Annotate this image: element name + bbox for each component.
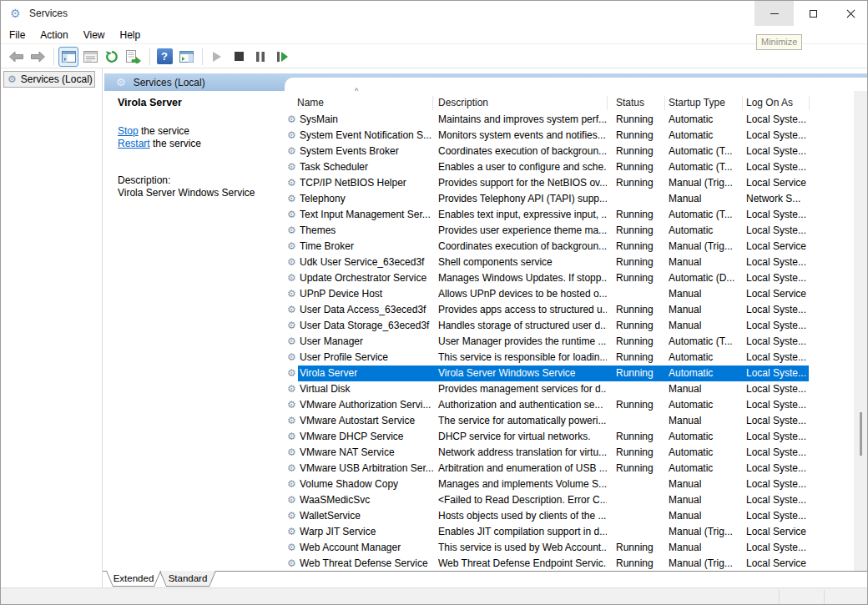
service-icon: ⚙ [287, 270, 296, 286]
service-row[interactable]: ⚙WaaSMedicSvc<Failed to Read Description… [285, 492, 835, 508]
service-icon: ⚙ [287, 350, 296, 366]
column-separator[interactable] [664, 96, 665, 110]
vertical-scrollbar[interactable] [854, 91, 868, 571]
show-console-tree-button[interactable] [58, 47, 78, 67]
service-row[interactable]: ⚙Udk User Service_63eced3fShell componen… [285, 255, 835, 270]
cell-log-on-as: Local Syste... [746, 207, 809, 223]
service-row[interactable]: ⚙UPnP Device HostAllows UPnP devices to … [285, 286, 835, 302]
service-row[interactable]: ⚙Volume Shadow CopyManages and implement… [285, 476, 835, 492]
cell-status: Running [616, 223, 664, 239]
service-row[interactable]: ⚙Web Account ManagerThis service is used… [285, 540, 835, 556]
description-label: Description: [118, 174, 170, 186]
column-header-description[interactable]: Description [438, 94, 488, 112]
service-row[interactable]: ⚙TelephonyProvides Telephony API (TAPI) … [285, 191, 835, 207]
cell-log-on-as: Local Syste... [746, 270, 809, 286]
cell-startup-type: Manual [669, 413, 742, 429]
refresh-icon [105, 50, 119, 63]
cell-log-on-as: Local Syste... [746, 413, 809, 429]
sidebar-item-services-local[interactable]: ⚙ Services (Local) [3, 71, 95, 88]
service-row[interactable]: ⚙WalletServiceHosts objects used by clie… [285, 508, 835, 524]
title-bar[interactable]: ⚙ Services [1, 1, 867, 26]
service-row[interactable]: ⚙Virtual DiskProvides management service… [285, 381, 835, 397]
pause-service-button[interactable] [250, 47, 270, 67]
column-separator[interactable] [432, 96, 433, 110]
cell-startup-type: Automatic (T... [669, 159, 742, 175]
pane-splitter[interactable] [102, 68, 103, 587]
cell-name: Warp JIT Service [300, 524, 433, 540]
refresh-button[interactable] [102, 47, 122, 67]
cell-name: User Profile Service [300, 350, 433, 366]
column-header-log-on-as[interactable]: Log On As [746, 94, 793, 112]
scrollbar-thumb[interactable] [860, 412, 862, 456]
action-pane-icon [179, 51, 194, 63]
cell-log-on-as: Local Syste... [746, 461, 809, 476]
cell-name: UPnP Device Host [300, 286, 433, 302]
service-row[interactable]: ⚙Update Orchestrator ServiceManages Wind… [285, 270, 835, 286]
service-row[interactable]: ⚙VMware Autostart ServiceThe service for… [285, 413, 835, 429]
column-header-name[interactable]: Name [297, 94, 324, 112]
cell-name: Virtual Disk [300, 381, 433, 397]
service-row[interactable]: ⚙TCP/IP NetBIOS HelperProvides support f… [285, 175, 835, 191]
menu-help[interactable]: Help [113, 26, 149, 44]
tab-standard[interactable]: Standard [159, 571, 216, 587]
minimize-button[interactable] [754, 1, 794, 26]
cell-log-on-as: Local Syste... [746, 540, 809, 556]
cell-log-on-as: Local Syste... [746, 144, 809, 159]
column-header-status[interactable]: Status [616, 94, 644, 112]
service-row[interactable]: ⚙Text Input Management Ser...Enables tex… [285, 207, 835, 223]
service-row[interactable]: ⚙Time BrokerCoordinates execution of bac… [285, 239, 835, 255]
toolbar: ? [1, 45, 867, 68]
stop-service-link[interactable]: Stop [118, 125, 139, 137]
help-button[interactable]: ? [154, 47, 174, 67]
restart-service-button[interactable] [272, 47, 292, 67]
menu-file[interactable]: File [1, 26, 33, 44]
service-row[interactable]: ⚙System Event Notification S...Monitors … [285, 128, 835, 144]
service-row[interactable]: ⚙System Events BrokerCoordinates executi… [285, 144, 835, 159]
service-row[interactable]: ⚙ThemesProvides user experience theme ma… [285, 223, 835, 239]
properties-button[interactable] [80, 47, 100, 67]
service-icon: ⚙ [287, 334, 296, 350]
service-row[interactable]: ⚙VMware USB Arbitration Ser...Arbitratio… [285, 461, 835, 476]
service-row[interactable]: ⚙VMware DHCP ServiceDHCP service for vir… [285, 429, 835, 445]
service-row[interactable]: ⚙User Data Storage_63eced3fHandles stora… [285, 318, 835, 334]
restart-service-link[interactable]: Restart [118, 138, 150, 149]
column-header-startup-type[interactable]: Startup Type [669, 94, 725, 112]
service-row[interactable]: ⚙VMware Authorization Servi...Authorizat… [285, 397, 835, 413]
menu-action[interactable]: Action [33, 26, 75, 44]
cell-log-on-as: Local Syste... [746, 429, 809, 445]
cell-log-on-as: Local Syste... [746, 350, 809, 366]
cell-status: Running [616, 144, 664, 159]
cell-startup-type: Automatic [669, 445, 742, 461]
service-row[interactable]: ⚙Web Threat Defense ServiceWeb Threat De… [285, 556, 835, 571]
service-row[interactable]: ⚙SysMainMaintains and improves system pe… [285, 112, 835, 128]
close-button[interactable] [833, 1, 868, 26]
cell-startup-type: Automatic [669, 112, 742, 128]
service-icon: ⚙ [287, 223, 296, 239]
service-row[interactable]: ⚙VMware NAT ServiceNetwork address trans… [285, 445, 835, 461]
maximize-button[interactable] [794, 1, 833, 26]
export-list-button[interactable] [124, 47, 144, 67]
service-row[interactable]: ⚙Virola ServerVirola Server Windows Serv… [285, 366, 835, 381]
service-row[interactable]: ⚙Warp JIT ServiceEnables JIT compilation… [285, 524, 835, 540]
start-service-button[interactable] [207, 47, 227, 67]
forward-button[interactable] [28, 47, 48, 67]
service-row[interactable]: ⚙Task SchedulerEnables a user to configu… [285, 159, 835, 175]
cell-startup-type: Manual (Trig... [669, 175, 742, 191]
cell-name: Telephony [300, 191, 433, 207]
show-action-pane-button[interactable] [176, 47, 196, 67]
service-row[interactable]: ⚙User Data Access_63eced3fProvides apps … [285, 302, 835, 318]
tab-extended[interactable]: Extended [106, 571, 161, 587]
service-row[interactable]: ⚙User ManagerUser Manager provides the r… [285, 334, 835, 350]
column-separator[interactable] [809, 96, 810, 110]
cell-description: Shell components service [438, 255, 607, 270]
column-separator[interactable] [742, 96, 743, 110]
column-separator[interactable] [607, 96, 608, 110]
cell-startup-type: Manual (Trig... [669, 556, 742, 571]
stop-service-button[interactable] [229, 47, 249, 67]
back-button[interactable] [6, 47, 26, 67]
menu-view[interactable]: View [76, 26, 113, 44]
service-row[interactable]: ⚙User Profile ServiceThis service is res… [285, 350, 835, 366]
service-icon: ⚙ [287, 524, 296, 540]
cell-status: Running [616, 366, 664, 381]
restart-icon [277, 52, 288, 62]
